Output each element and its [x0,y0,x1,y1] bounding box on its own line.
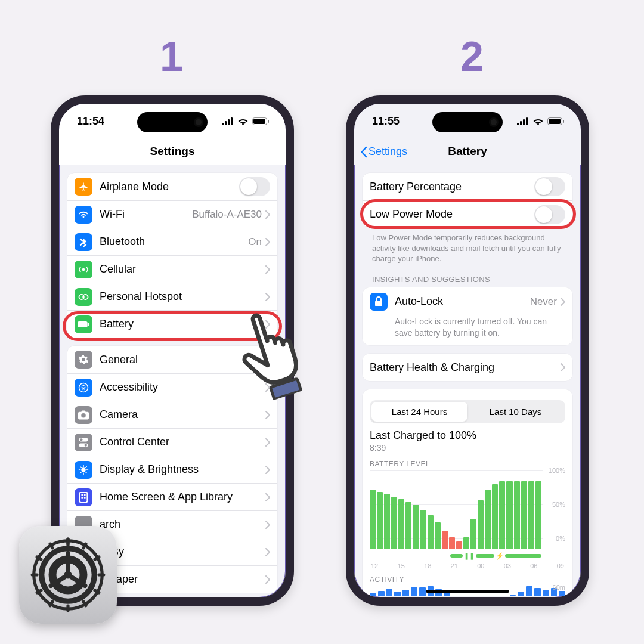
usage-group: Last 24 Hours Last 10 Days Last Charged … [363,389,572,596]
row-camera[interactable]: Camera [67,401,277,428]
svg-rect-34 [66,538,69,546]
battery-status-icon [252,117,269,125]
svg-point-12 [83,384,85,386]
last-charged-title: Last Charged to 100% [370,429,565,442]
airplane-icon [75,178,92,196]
svg-rect-36 [31,573,39,576]
battery-chart-xaxis: 1215182100030609 [370,562,565,569]
chevron-right-icon [561,363,565,371]
svg-rect-1 [225,121,227,125]
svg-point-51 [64,571,72,579]
svg-rect-37 [97,573,105,576]
svg-rect-6 [268,120,269,123]
settings-app-icon [19,526,117,624]
chevron-right-icon [265,238,270,246]
nav-bar: Settings [59,138,286,165]
last-charged-time: 8:39 [370,443,565,453]
svg-rect-24 [517,123,519,125]
insights-header: INSIGHTS AND SUGGESTIONS [363,264,572,287]
chevron-right-icon [265,521,270,529]
nav-bar: Settings Battery [354,138,581,165]
accessibility-icon [75,379,92,397]
chevron-right-icon [265,575,270,584]
airplane-toggle[interactable] [239,177,270,196]
row-battery-percentage[interactable]: Battery Percentage [363,173,572,200]
step-number-1: 1 [160,33,183,80]
cellular-icon [517,117,529,125]
activity-title: ACTIVITY [370,575,565,584]
lpm-description: Low Power Mode temporarily reduces backg… [363,228,572,264]
battery-icon [75,315,92,333]
battery-toggles-group: Battery Percentage Low Power Mode [363,173,572,228]
row-wifi[interactable]: Wi-Fi Buffalo-A-AE30 [67,200,277,228]
svg-rect-22 [84,497,86,499]
svg-rect-0 [222,123,224,125]
svg-rect-2 [228,119,230,125]
chevron-right-icon [265,548,270,556]
hotspot-icon [75,288,92,306]
low-power-mode-toggle[interactable] [534,205,565,224]
chevron-right-icon [561,298,565,306]
lock-icon [370,293,388,311]
status-time: 11:54 [77,115,104,128]
battery-percentage-toggle[interactable] [534,177,565,196]
row-cellular[interactable]: Cellular [67,255,277,283]
health-group: Battery Health & Charging [363,354,572,381]
svg-rect-30 [563,120,564,123]
svg-point-15 [80,438,83,441]
bluetooth-icon [75,233,92,251]
row-battery-health[interactable]: Battery Health & Charging [363,354,572,381]
svg-rect-31 [375,301,382,306]
segmented-control[interactable]: Last 24 Hours Last 10 Days [370,400,565,423]
wifi-icon [532,117,544,125]
insights-group: Auto-Lock Never Auto-Lock is currently t… [363,287,572,346]
battery-level-title: BATTERY LEVEL [370,460,565,468]
svg-rect-25 [520,121,522,125]
row-home-screen[interactable]: Home Screen & App Library [67,483,277,510]
svg-rect-26 [523,119,525,125]
svg-rect-9 [78,321,88,327]
wifi-settings-icon [75,206,92,224]
svg-rect-35 [66,604,69,612]
chevron-right-icon [265,265,270,274]
seg-last-10d[interactable]: Last 10 Days [467,402,564,422]
step-number-2: 2 [460,33,484,80]
battery-status-icon [547,117,564,125]
page-title: Battery [448,145,487,158]
seg-last-24h[interactable]: Last 24 Hours [371,402,467,422]
chevron-right-icon [265,493,270,501]
svg-rect-19 [81,494,83,496]
cellular-icon [222,117,234,125]
chevron-right-icon [265,210,270,219]
back-button[interactable]: Settings [360,145,407,158]
dynamic-island [432,112,503,132]
svg-rect-5 [253,119,265,124]
gear-icon [75,351,92,369]
wifi-icon [237,117,249,125]
status-time: 11:55 [372,115,400,128]
home-indicator[interactable] [426,590,509,593]
svg-point-16 [85,444,88,447]
row-airplane-mode[interactable]: Airplane Mode [67,173,277,200]
cellular-settings-icon [75,261,92,278]
camera-icon [75,406,92,424]
chevron-right-icon [265,411,270,419]
phone-2: 11:55 Settings Battery Battery Percentag… [346,95,589,606]
svg-rect-21 [81,497,83,499]
row-auto-lock[interactable]: Auto-Lock Never [363,287,572,316]
svg-rect-20 [84,494,86,496]
battery-level-chart: 100% 50% 0% ❚❚ ⚡ [370,470,565,560]
charging-indicator-line: ❚❚ ⚡ [370,552,541,560]
row-display-brightness[interactable]: Display & Brightness [67,456,277,483]
svg-rect-29 [549,119,561,124]
row-control-center[interactable]: Control Center [67,428,277,456]
home-screen-icon [75,488,92,506]
svg-rect-27 [526,117,528,125]
row-bluetooth[interactable]: Bluetooth On [67,228,277,255]
chevron-left-icon [360,146,367,158]
svg-rect-3 [231,117,233,125]
row-personal-hotspot[interactable]: Personal Hotspot [67,283,277,310]
row-low-power-mode[interactable]: Low Power Mode [363,200,572,228]
autolock-sub: Auto-Lock is currently turned off. You c… [363,316,572,346]
chevron-right-icon [265,438,270,447]
